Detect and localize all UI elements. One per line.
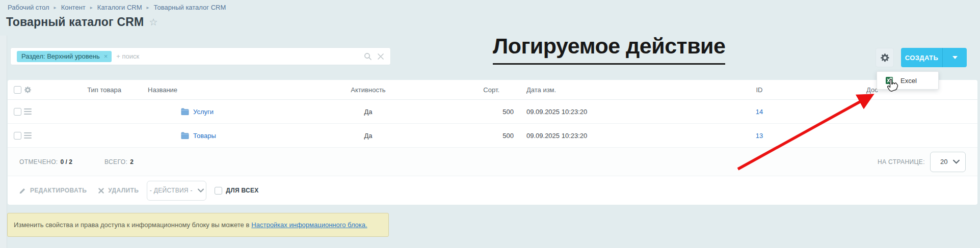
gear-icon bbox=[880, 53, 890, 63]
filter-chip-label: Раздел: Верхний уровень bbox=[21, 52, 100, 60]
actions-dropdown[interactable]: - ДЕЙСТВИЯ - bbox=[147, 181, 206, 201]
menu-item-excel-label: Excel bbox=[900, 77, 917, 85]
cell-sort: 500 bbox=[410, 132, 514, 140]
filter-search-bar[interactable]: Раздел: Верхний уровень × + поиск bbox=[10, 47, 391, 65]
breadcrumb-item-current[interactable]: Товарный каталог CRM bbox=[154, 4, 226, 11]
drag-handle-icon[interactable] bbox=[24, 108, 32, 115]
section-link[interactable]: Услуги bbox=[193, 108, 214, 116]
column-header-type[interactable]: Тип товара bbox=[43, 86, 121, 94]
catalog-grid: Тип товара Название Активность Сорт. Дат… bbox=[8, 80, 977, 205]
delete-button[interactable]: УДАЛИТЬ bbox=[98, 187, 139, 194]
info-notice: Изменить свойства и права доступа к инфо… bbox=[7, 213, 389, 237]
edit-button[interactable]: РЕДАКТИРОВАТЬ bbox=[19, 187, 87, 194]
filter-chip-section[interactable]: Раздел: Верхний уровень × bbox=[17, 51, 112, 62]
create-button[interactable]: СОЗДАТЬ bbox=[901, 48, 942, 67]
breadcrumb-item-content[interactable]: Контент bbox=[61, 4, 86, 11]
cell-sort: 500 bbox=[410, 108, 514, 116]
cell-modified: 09.09.2025 10:23:20 bbox=[514, 108, 718, 116]
cell-modified: 09.09.2025 10:23:20 bbox=[514, 132, 718, 140]
create-dropdown-toggle[interactable] bbox=[942, 48, 967, 67]
per-page-value: 20 bbox=[940, 158, 947, 166]
chevron-down-icon bbox=[952, 56, 958, 59]
for-all-checkbox[interactable] bbox=[215, 187, 222, 195]
iblock-settings-link[interactable]: Настройках информационного блока. bbox=[251, 221, 367, 229]
for-all-label: ДЛЯ ВСЕХ bbox=[226, 187, 258, 194]
notice-text: Изменить свойства и права доступа к инфо… bbox=[14, 221, 249, 229]
grid-footer: ОТМЕЧЕНО:0 / 2 ВСЕГО:2 НА СТРАНИЦЕ: 20 bbox=[8, 148, 977, 176]
total-counter: ВСЕГО:2 bbox=[104, 158, 134, 166]
breadcrumb: Рабочий стол ▸ Контент ▸ Каталоги CRM ▸ … bbox=[8, 4, 226, 11]
search-icon[interactable] bbox=[364, 52, 372, 61]
column-header-name[interactable]: Название bbox=[121, 86, 326, 94]
collapsed-sidebar-strip bbox=[0, 36, 7, 248]
checked-counter: ОТМЕЧЕНО:0 / 2 bbox=[19, 158, 72, 166]
grid-header-row: Тип товара Название Активность Сорт. Дат… bbox=[8, 80, 977, 100]
chevron-down-icon bbox=[198, 188, 204, 192]
row-checkbox[interactable] bbox=[14, 132, 21, 140]
id-link[interactable]: 13 bbox=[756, 132, 763, 140]
group-actions-panel: РЕДАКТИРОВАТЬ УДАЛИТЬ - ДЕЙСТВИЯ - ДЛЯ В… bbox=[8, 176, 977, 205]
breadcrumb-item-desktop[interactable]: Рабочий стол bbox=[8, 4, 49, 11]
drag-handle-icon[interactable] bbox=[24, 132, 32, 139]
clear-search-icon[interactable] bbox=[377, 53, 384, 60]
table-row: Товары Да 500 09.09.2025 10:23:20 13 bbox=[8, 124, 977, 148]
column-header-sort[interactable]: Сорт. bbox=[410, 86, 514, 94]
per-page-select[interactable]: 20 bbox=[930, 152, 966, 172]
pencil-icon bbox=[19, 187, 26, 194]
create-button-group[interactable]: СОЗДАТЬ bbox=[901, 48, 967, 67]
select-all-checkbox[interactable] bbox=[14, 86, 21, 94]
grid-settings-gear-icon[interactable] bbox=[24, 86, 32, 94]
chevron-down-icon bbox=[953, 159, 960, 164]
breadcrumb-separator-icon: ▸ bbox=[147, 5, 149, 10]
column-header-id[interactable]: ID bbox=[718, 86, 801, 94]
column-header-modified[interactable]: Дата изм. bbox=[514, 86, 718, 94]
cell-active: Да bbox=[326, 108, 410, 116]
settings-gear-button[interactable] bbox=[876, 48, 894, 67]
breadcrumb-item-crm-catalogs[interactable]: Каталоги CRM bbox=[97, 4, 142, 11]
close-icon bbox=[98, 188, 104, 194]
page-title: Товарный каталог CRM bbox=[6, 15, 144, 29]
row-checkbox[interactable] bbox=[14, 108, 21, 116]
id-link[interactable]: 14 bbox=[756, 108, 763, 116]
breadcrumb-separator-icon: ▸ bbox=[90, 5, 93, 10]
section-link[interactable]: Товары bbox=[193, 132, 216, 140]
search-placeholder: + поиск bbox=[116, 52, 139, 60]
folder-icon bbox=[181, 108, 189, 115]
breadcrumb-separator-icon: ▸ bbox=[54, 5, 57, 10]
per-page-label: НА СТРАНИЦЕ: bbox=[878, 158, 925, 166]
chip-close-icon[interactable]: × bbox=[104, 52, 108, 60]
cell-active: Да bbox=[326, 132, 410, 140]
favorite-star-icon[interactable]: ☆ bbox=[149, 17, 157, 27]
column-header-active[interactable]: Активность bbox=[326, 86, 410, 94]
folder-icon bbox=[181, 132, 189, 139]
cursor-hand-icon bbox=[886, 77, 899, 93]
table-row: Услуги Да 500 09.09.2025 10:23:20 14 bbox=[8, 100, 977, 124]
overlay-annotation-text: Логируемое действие bbox=[493, 34, 725, 65]
